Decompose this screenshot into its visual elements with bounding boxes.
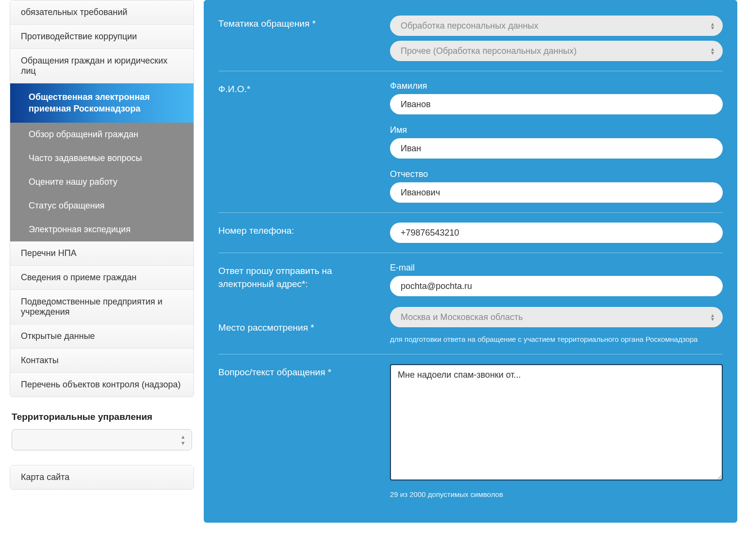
topic-label: Тематика обращения *: [218, 16, 378, 61]
sidebar-item-reception-info[interactable]: Сведения о приеме граждан: [10, 266, 194, 290]
sidebar-sub-status[interactable]: Статус обращения: [10, 194, 194, 218]
sidebar-item-npa[interactable]: Перечни НПА: [10, 241, 194, 266]
sitemap-box: Карта сайта: [10, 465, 194, 490]
patronymic-label: Отчество: [390, 169, 723, 179]
reply-label: Ответ прошу отправить на электронный адр…: [218, 265, 378, 290]
sidebar-item-subordinates[interactable]: Подведомственные предприятия и учреждени…: [10, 290, 194, 324]
place-select-value: Москва и Московская область: [401, 312, 703, 322]
question-label: Вопрос/текст обращения *: [218, 364, 378, 498]
sidebar-sub-faq[interactable]: Часто задаваемые вопросы: [10, 146, 194, 170]
topic-select-2-value: Прочее (Обработка персональных данных): [401, 46, 703, 56]
email-label: E-mail: [390, 263, 723, 273]
chevron-updown-icon: ▴▾: [181, 433, 185, 446]
chevron-updown-icon: ▴▾: [711, 47, 714, 55]
place-helper: для подготовки ответа на обращение с уча…: [390, 334, 723, 344]
topic-select-1[interactable]: Обработка персональных данных ▴▾: [390, 16, 723, 36]
sidebar-item-opendata[interactable]: Открытые данные: [10, 324, 194, 349]
place-select[interactable]: Москва и Московская область ▴▾: [390, 307, 723, 327]
sidebar-item-req[interactable]: обязательных требований: [10, 0, 194, 25]
sitemap-link[interactable]: Карта сайта: [10, 465, 194, 489]
topic-select-2[interactable]: Прочее (Обработка персональных данных) ▴…: [390, 41, 723, 61]
email-input[interactable]: [390, 276, 723, 296]
sidebar-sub-rate[interactable]: Оцените нашу работу: [10, 170, 194, 194]
phone-label: Номер телефона:: [218, 223, 378, 243]
territorial-select[interactable]: ▴▾: [12, 429, 192, 450]
surname-label: Фамилия: [390, 81, 723, 91]
phone-input[interactable]: [390, 223, 723, 243]
sidebar-item-appeals[interactable]: Обращения граждан и юридических лиц: [10, 49, 194, 83]
place-label: Место рассмотрения *: [218, 321, 378, 335]
chevron-updown-icon: ▴▾: [711, 313, 714, 321]
sidebar-item-contacts[interactable]: Контакты: [10, 349, 194, 373]
patronymic-input[interactable]: [390, 182, 723, 203]
sidebar-item-objects[interactable]: Перечень объектов контроля (надзора): [10, 373, 194, 397]
reply-and-place-labels: Ответ прошу отправить на электронный адр…: [218, 263, 378, 344]
territorial-heading: Территориальные управления: [12, 412, 194, 422]
sidebar-item-corruption[interactable]: Противодействие коррупции: [10, 25, 194, 49]
sidebar: обязательных требований Противодействие …: [10, 0, 194, 523]
sidebar-submenu: Общественная электронная приемная Роском…: [10, 83, 194, 241]
surname-input[interactable]: [390, 94, 723, 114]
name-input[interactable]: [390, 138, 723, 159]
sidebar-menu: обязательных требований Противодействие …: [10, 0, 194, 397]
topic-select-1-value: Обработка персональных данных: [401, 21, 703, 31]
question-textarea[interactable]: [390, 364, 723, 480]
name-label: Имя: [390, 125, 723, 135]
sidebar-sub-expedition[interactable]: Электронная экспедиция: [10, 218, 194, 241]
sidebar-sub-reception[interactable]: Общественная электронная приемная Роском…: [10, 83, 194, 123]
fio-label: Ф.И.О.*: [218, 81, 378, 203]
char-counter: 29 из 2000 допустимых символов: [390, 490, 723, 498]
sidebar-sub-review[interactable]: Обзор обращений граждан: [10, 123, 194, 146]
chevron-updown-icon: ▴▾: [711, 22, 714, 30]
appeal-form: Тематика обращения * Обработка персональ…: [204, 0, 737, 523]
